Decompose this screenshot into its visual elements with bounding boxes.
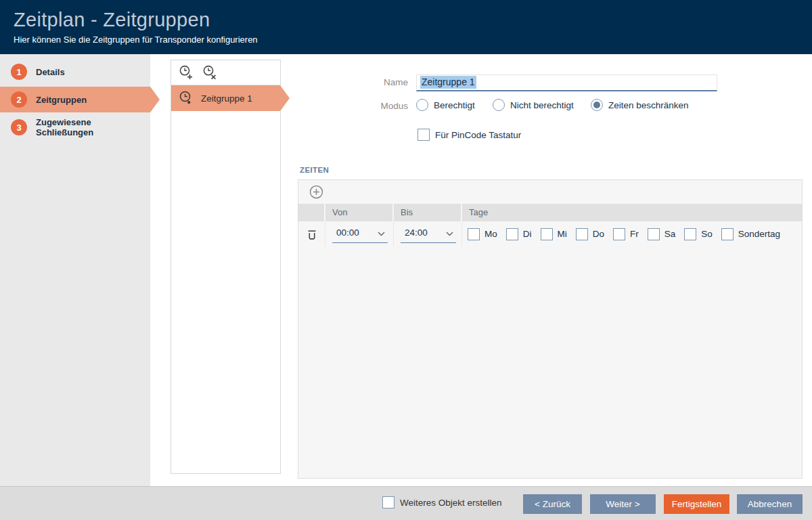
- radio-label: Zeiten beschränken: [608, 100, 689, 110]
- radio-nicht-berechtigt[interactable]: Nicht berechtigt: [493, 99, 574, 111]
- column-header-empty: [298, 204, 324, 221]
- radio-label: Nicht berechtigt: [510, 100, 574, 110]
- day-checkbox-do[interactable]: Do: [576, 228, 604, 240]
- step-label: Zugewiesene Schließungen: [36, 117, 150, 137]
- step-label: Details: [36, 67, 65, 77]
- chevron-down-icon: [446, 227, 453, 239]
- step-number-badge: 2: [11, 91, 27, 108]
- day-label: Mo: [484, 229, 497, 239]
- page-title: Zeitplan - Zeitgruppen: [14, 9, 812, 31]
- step-item-zeitgruppen[interactable]: 2 Zeitgruppen: [0, 87, 150, 112]
- day-checkbox-sondertag[interactable]: Sondertag: [721, 228, 780, 240]
- day-label: Sa: [664, 229, 676, 239]
- von-value: 00:00: [336, 228, 359, 238]
- day-label: Do: [593, 229, 604, 239]
- selected-item-arrow: [280, 85, 290, 111]
- radio-circle[interactable]: [493, 99, 505, 111]
- bis-dropdown[interactable]: 24:00: [401, 225, 456, 243]
- create-another-checkbox-row[interactable]: Weiteres Objekt erstellen: [382, 496, 502, 508]
- zeiten-section-title: ZEITEN: [300, 166, 329, 174]
- wizard-footer: Weiteres Objekt erstellen < Zurück Weite…: [0, 486, 812, 520]
- day-label: Fr: [630, 229, 639, 239]
- active-step-arrow: [150, 87, 160, 112]
- step-item-zugewiesene-schliessungen[interactable]: 3 Zugewiesene Schließungen: [0, 114, 150, 140]
- checkbox[interactable]: [468, 228, 480, 240]
- pincode-checkbox[interactable]: [418, 129, 430, 141]
- bis-cell: 24:00: [394, 221, 462, 246]
- day-checkbox-sa[interactable]: Sa: [648, 228, 676, 240]
- tage-cell: Mo Di Mi Do Fr: [462, 221, 802, 246]
- radio-berechtigt[interactable]: Berechtigt: [416, 99, 475, 111]
- day-checkbox-mi[interactable]: Mi: [541, 228, 567, 240]
- day-label: So: [701, 229, 713, 239]
- name-input[interactable]: Zeitgruppe 1: [416, 74, 717, 91]
- zeiten-panel: Von Bis Tage 00:00: [298, 179, 803, 479]
- plus-circle-icon[interactable]: [307, 183, 325, 201]
- step-label: Zeitgruppen: [36, 95, 87, 105]
- clock-icon: [177, 89, 195, 107]
- modus-field-label: Modus: [298, 101, 408, 111]
- row-actions-cell: [298, 221, 325, 246]
- von-dropdown[interactable]: 00:00: [332, 225, 388, 243]
- finish-button[interactable]: Fertigstellen: [664, 494, 729, 514]
- pincode-checkbox-label: Für PinCode Tastatur: [435, 130, 521, 140]
- name-input-selected-text: Zeitgruppe 1: [420, 76, 476, 89]
- checkbox[interactable]: [506, 228, 518, 240]
- wizard-header: Zeitplan - Zeitgruppen Hier können Sie d…: [0, 0, 812, 54]
- timegroup-list-panel: Zeitgruppe 1: [171, 60, 281, 474]
- create-another-checkbox[interactable]: [382, 496, 394, 508]
- bis-value: 24:00: [405, 228, 428, 238]
- name-field-label: Name: [298, 77, 408, 87]
- radio-circle[interactable]: [416, 99, 428, 111]
- checkbox[interactable]: [576, 228, 588, 240]
- zeiten-toolbar: [298, 180, 802, 204]
- day-checkbox-fr[interactable]: Fr: [613, 228, 639, 240]
- day-label: Sondertag: [738, 229, 780, 239]
- create-another-label: Weiteres Objekt erstellen: [400, 498, 502, 508]
- clock-add-icon[interactable]: [177, 64, 195, 81]
- wizard-steps-sidebar: 1 Details 2 Zeitgruppen 3 Zugewiesene Sc…: [0, 54, 150, 486]
- day-label: Mi: [558, 229, 567, 239]
- day-label: Di: [523, 229, 532, 239]
- column-header-bis: Bis: [394, 204, 461, 221]
- timegroup-name: Zeitgruppe 1: [201, 93, 252, 104]
- next-button[interactable]: Weiter >: [590, 494, 656, 514]
- radio-zeiten-beschraenken[interactable]: Zeiten beschränken: [591, 99, 689, 111]
- chevron-down-icon: [378, 227, 385, 239]
- clock-remove-icon[interactable]: [201, 64, 219, 81]
- step-number-badge: 1: [11, 64, 27, 80]
- radio-label: Berechtigt: [434, 100, 475, 110]
- trash-icon[interactable]: [303, 225, 321, 243]
- timegroup-toolbar: [171, 60, 280, 85]
- von-cell: 00:00: [325, 221, 394, 246]
- zeiten-table-header: Von Bis Tage: [298, 204, 802, 221]
- checkbox[interactable]: [541, 228, 553, 240]
- step-number-badge: 3: [11, 119, 27, 135]
- checkbox[interactable]: [648, 228, 660, 240]
- zeiten-table-row: 00:00 24:00 Mo: [298, 221, 802, 246]
- radio-circle-selected[interactable]: [591, 99, 603, 111]
- day-checkbox-di[interactable]: Di: [506, 228, 532, 240]
- page-subtitle: Hier können Sie die Zeitgruppen für Tran…: [14, 35, 812, 45]
- checkbox[interactable]: [721, 228, 734, 240]
- day-checkbox-mo[interactable]: Mo: [468, 228, 497, 240]
- column-header-tage: Tage: [462, 204, 802, 221]
- cancel-button[interactable]: Abbrechen: [737, 494, 803, 514]
- day-checkbox-so[interactable]: So: [684, 228, 713, 240]
- main-area: 1 Details 2 Zeitgruppen 3 Zugewiesene Sc…: [0, 54, 812, 486]
- timegroup-list-item[interactable]: Zeitgruppe 1: [171, 85, 280, 111]
- column-header-von: Von: [325, 204, 392, 221]
- step-item-details[interactable]: 1 Details: [0, 59, 150, 85]
- checkbox[interactable]: [613, 228, 625, 240]
- pincode-checkbox-row[interactable]: Für PinCode Tastatur: [418, 129, 521, 141]
- checkbox[interactable]: [684, 228, 696, 240]
- back-button[interactable]: < Zurück: [523, 494, 582, 514]
